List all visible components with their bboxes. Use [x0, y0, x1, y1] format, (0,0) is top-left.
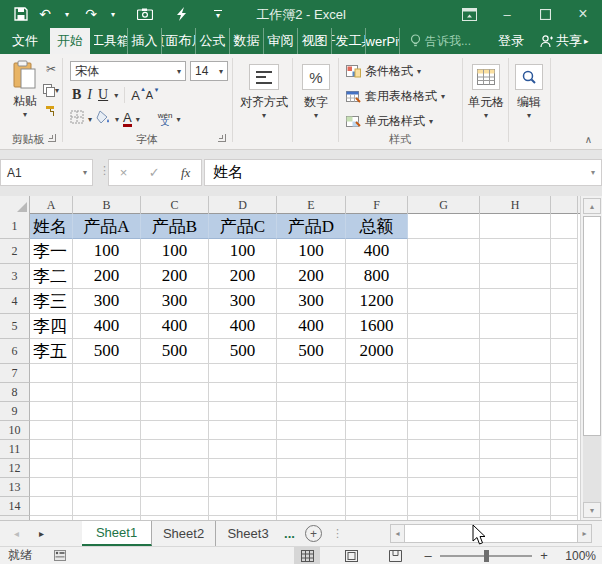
row-header[interactable]: 11 [0, 440, 30, 459]
ribbon-tab[interactable]: 开始 [50, 28, 90, 54]
sheet-tab[interactable]: Sheet1 [82, 521, 152, 546]
normal-view-button[interactable] [294, 547, 320, 564]
formula-input[interactable]: 姓名 ▾ [204, 159, 602, 186]
editing-button[interactable]: 编辑 ▾ [512, 64, 546, 120]
grid-cell[interactable] [30, 478, 73, 497]
grid-cell[interactable] [551, 239, 578, 264]
scroll-down-icon[interactable]: ▾ [583, 502, 601, 518]
horizontal-scrollbar[interactable]: ◂ ▸ [390, 524, 592, 543]
grid-cell[interactable] [408, 421, 480, 440]
sheet-tab[interactable]: Sheet3 [216, 521, 280, 546]
grid-cell[interactable] [73, 497, 141, 516]
grow-font-button[interactable]: A▴ [131, 88, 140, 103]
grid-cell[interactable] [277, 459, 346, 478]
grid-cell[interactable] [346, 364, 408, 383]
insert-function-icon[interactable]: fx [181, 165, 190, 181]
grid-cell[interactable] [141, 459, 209, 478]
grid-cell[interactable] [480, 364, 551, 383]
grid-cell[interactable] [73, 383, 141, 402]
grid-cell[interactable] [346, 421, 408, 440]
expand-formula-bar-icon[interactable]: ▾ [591, 168, 595, 177]
borders-dropdown-icon[interactable]: ▾ [88, 115, 92, 124]
grid-cell[interactable]: 2000 [346, 339, 408, 364]
column-header[interactable]: D [209, 196, 277, 214]
grid-cell[interactable] [480, 478, 551, 497]
page-layout-view-button[interactable] [338, 547, 364, 564]
grid-cell[interactable] [480, 239, 551, 264]
phonetic-guide-button[interactable]: wén 文 [158, 112, 173, 126]
fill-color-icon[interactable] [96, 110, 111, 128]
ribbon-display-options-icon[interactable] [450, 0, 488, 28]
column-header[interactable]: A [30, 196, 73, 214]
grid-cell[interactable]: 500 [277, 339, 346, 364]
grid-cell[interactable] [73, 402, 141, 421]
grid-cell[interactable] [480, 497, 551, 516]
minimize-button[interactable]: – [488, 0, 526, 28]
grid-cell[interactable] [141, 478, 209, 497]
grid-cell[interactable]: 总额 [346, 214, 408, 239]
grid-cell[interactable] [141, 383, 209, 402]
grid-cell[interactable]: 产品B [141, 214, 209, 239]
number-format-button[interactable]: % 数字 ▾ [298, 64, 334, 120]
grid-cell[interactable]: 400 [73, 314, 141, 339]
alignment-button[interactable]: 对齐方式 ▾ [240, 64, 288, 120]
grid-cell[interactable]: 100 [209, 239, 277, 264]
grid-cell[interactable] [346, 478, 408, 497]
grid-cell[interactable] [30, 383, 73, 402]
grid-cell[interactable]: 100 [277, 239, 346, 264]
grid-cell[interactable] [551, 289, 578, 314]
grid-cell[interactable] [209, 364, 277, 383]
tab-overflow-icon[interactable]: ▸ [584, 28, 589, 54]
grid-cell[interactable] [408, 264, 480, 289]
grid-cell[interactable] [408, 383, 480, 402]
row-header[interactable]: 4 [0, 289, 30, 314]
grid-cell[interactable] [480, 402, 551, 421]
scroll-right-icon[interactable]: ▸ [577, 524, 592, 543]
row-header[interactable]: 6 [0, 339, 30, 364]
ribbon-tab[interactable]: 插入 [128, 28, 162, 54]
collapse-ribbon-icon[interactable]: ∧ [585, 134, 592, 145]
grid-cell[interactable] [408, 402, 480, 421]
grid-cell[interactable] [346, 383, 408, 402]
ribbon-tab[interactable]: 工具箱 [94, 28, 128, 54]
grid-cell[interactable] [480, 214, 551, 239]
next-sheet-icon[interactable]: ▸ [39, 528, 44, 539]
paste-dropdown-icon[interactable]: ▾ [23, 110, 27, 119]
zoom-level-label[interactable]: 100% [558, 549, 596, 563]
grid-cell[interactable] [141, 440, 209, 459]
ribbon-tab[interactable]: 视图 [298, 28, 332, 54]
grid-cell[interactable]: 产品C [209, 214, 277, 239]
phonetic-dropdown-icon[interactable]: ▾ [176, 115, 180, 124]
confirm-entry-icon[interactable]: ✓ [149, 165, 160, 180]
grid-cell[interactable] [408, 239, 480, 264]
grid-cell[interactable]: 姓名 [30, 214, 73, 239]
grid-cell[interactable] [30, 402, 73, 421]
share-button[interactable]: 共享 [540, 28, 582, 54]
grid-cell[interactable] [551, 459, 578, 478]
grid-cell[interactable] [408, 214, 480, 239]
name-box[interactable]: A1 ▾ [0, 159, 93, 186]
sheet-overflow-label[interactable]: ... [284, 521, 295, 546]
grid-cell[interactable] [277, 440, 346, 459]
grid-cell[interactable] [551, 214, 578, 239]
font-color-dropdown-icon[interactable]: ▾ [136, 115, 140, 124]
font-name-select[interactable]: 宋体▾ [70, 61, 186, 81]
grid-cell[interactable]: 500 [141, 339, 209, 364]
grid-cell[interactable] [408, 440, 480, 459]
grid-cell[interactable] [209, 497, 277, 516]
underline-button[interactable]: U [98, 87, 108, 103]
grid-cell[interactable] [551, 364, 578, 383]
grid-cell[interactable] [209, 440, 277, 459]
vertical-scroll-thumb[interactable] [583, 216, 601, 436]
grid-cell[interactable] [551, 402, 578, 421]
row-header[interactable]: 8 [0, 383, 30, 402]
grid-cell[interactable] [73, 421, 141, 440]
grid-cell[interactable] [480, 289, 551, 314]
grid-cell[interactable]: 李一 [30, 239, 73, 264]
grid-cell[interactable]: 200 [73, 264, 141, 289]
grid-cell[interactable]: 李二 [30, 264, 73, 289]
grid-cell[interactable]: 200 [141, 264, 209, 289]
column-header[interactable]: G [408, 196, 480, 214]
sheet-tab[interactable]: Sheet2 [152, 521, 216, 546]
grid-cell[interactable]: 300 [73, 289, 141, 314]
